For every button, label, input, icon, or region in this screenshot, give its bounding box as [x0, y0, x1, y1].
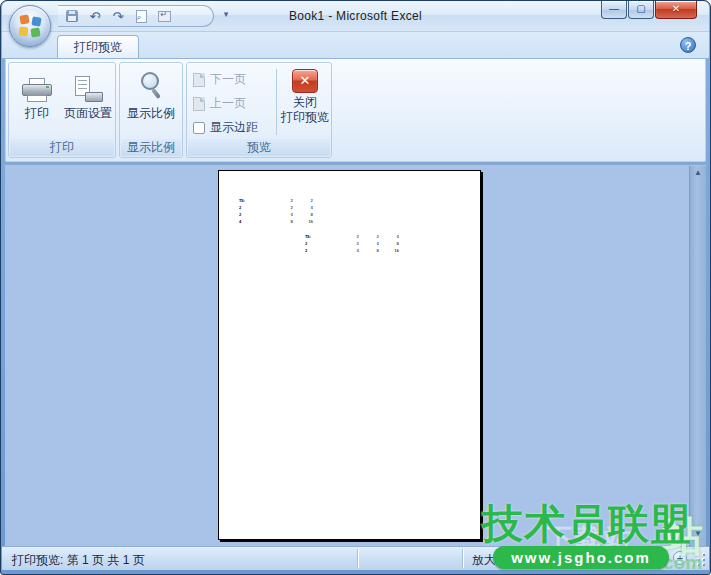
table-cell: TX: — [239, 197, 273, 204]
undo-icon[interactable]: ↶▾ — [85, 7, 105, 25]
vertical-scrollbar[interactable]: ▲ ▼ — [689, 166, 706, 546]
table-cell: 8 — [379, 240, 399, 247]
group-label-zoom: 显示比例 — [121, 139, 181, 156]
watermark-title: 技术员联盟 — [482, 497, 692, 552]
table-cell: TX: — [305, 233, 339, 240]
table-cell: 8 — [293, 211, 313, 218]
print-preview-icon[interactable] — [131, 7, 151, 25]
prev-page-button[interactable]: 上一页 — [193, 95, 246, 112]
table-cell: 2 — [339, 240, 359, 247]
table-cell: 2 — [305, 247, 339, 254]
window-controls: — ▢ ✕ — [601, 1, 697, 19]
save-icon[interactable] — [62, 7, 82, 25]
preview-table: TX:224224824816 — [305, 233, 399, 254]
next-page-button[interactable]: 下一页 — [193, 71, 246, 88]
minimize-button[interactable]: — — [601, 1, 627, 19]
status-page-info: 打印预览: 第 1 页 共 1 页 — [12, 552, 145, 569]
office-button[interactable] — [9, 5, 51, 47]
group-separator — [276, 69, 277, 135]
ribbon-group-preview: 下一页 上一页 显示边距 ✕ 关闭 打印预览 预览 — [186, 62, 332, 158]
tab-print-preview[interactable]: 打印预览 — [57, 35, 139, 58]
close-button[interactable]: ✕ — [655, 1, 697, 19]
watermark-url: www.jsgho.com — [493, 546, 669, 569]
table-cell: 4 — [273, 211, 293, 218]
table-cell: 4 — [339, 247, 359, 254]
printer-icon — [22, 78, 52, 102]
maximize-button[interactable]: ▢ — [628, 1, 654, 19]
scroll-up-icon[interactable]: ▲ — [690, 168, 706, 183]
table-row: 248 — [239, 211, 313, 218]
table-cell: 2 — [239, 204, 273, 211]
checkbox-icon[interactable] — [193, 122, 205, 134]
table-cell: 2 — [305, 240, 339, 247]
close-preview-icon: ✕ — [292, 69, 318, 93]
qat-customize-dropdown-icon[interactable]: ▾ — [220, 9, 232, 19]
group-label-print: 打印 — [10, 139, 114, 156]
table-row: TX:224 — [305, 233, 399, 240]
office-logo-icon — [19, 15, 41, 37]
table-cell: 4 — [239, 218, 273, 225]
table-cell: 2 — [359, 233, 379, 240]
table-row: TX:22 — [239, 197, 313, 204]
group-label-preview: 预览 — [188, 139, 330, 156]
ribbon: 打印 页面设置 打印 显示比例 显示比例 下一页 — [5, 58, 706, 162]
redo-icon[interactable]: ↷▾ — [108, 7, 128, 25]
table-cell: 2 — [273, 204, 293, 211]
table-cell: 2 — [273, 197, 293, 204]
ribbon-group-print: 打印 页面设置 打印 — [8, 62, 116, 158]
page-setup-icon — [73, 76, 103, 102]
preview-table: TX:222242484816 — [239, 197, 313, 225]
table-cell: 2 — [293, 197, 313, 204]
quick-access-toolbar: ↶▾ ↷▾ — [58, 5, 214, 27]
table-cell: 4 — [359, 240, 379, 247]
table-cell: 4 — [293, 204, 313, 211]
preview-page[interactable]: TX:222242484816 TX:224224824816 — [218, 170, 481, 540]
table-row: 224 — [239, 204, 313, 211]
table-cell: 16 — [379, 247, 399, 254]
table-row: 4816 — [239, 218, 313, 225]
magnifier-icon — [137, 72, 165, 102]
table-row: 24816 — [305, 247, 399, 254]
ribbon-tab-row: 打印预览 — [2, 32, 709, 58]
table-cell: 8 — [273, 218, 293, 225]
table-cell: 4 — [379, 233, 399, 240]
close-print-preview-button[interactable]: ✕ 关闭 打印预览 — [280, 67, 330, 125]
switch-window-icon[interactable] — [154, 7, 174, 25]
next-page-icon — [193, 73, 205, 87]
excel-window: Book1 - Microsoft Excel ↶▾ ↷▾ ▾ — ▢ ✕ 打印… — [0, 0, 711, 575]
table-cell: 2 — [339, 233, 359, 240]
help-icon[interactable]: ? — [680, 37, 696, 53]
status-divider — [357, 549, 358, 568]
ribbon-group-zoom: 显示比例 显示比例 — [119, 62, 183, 158]
table-cell: 8 — [359, 247, 379, 254]
print-button[interactable]: 打印 — [12, 68, 62, 122]
prev-page-icon — [193, 97, 205, 111]
show-margins-checkbox[interactable]: 显示边距 — [193, 119, 258, 136]
table-row: 2248 — [305, 240, 399, 247]
table-cell: 2 — [239, 211, 273, 218]
zoom-button[interactable]: 显示比例 — [126, 68, 176, 122]
undo-dropdown-icon[interactable]: ▾ — [97, 13, 100, 20]
page-setup-button[interactable]: 页面设置 — [63, 68, 113, 122]
print-preview-area: TX:222242484816 TX:224224824816 ▲ ▼ — [5, 164, 706, 546]
title-bar: Book1 - Microsoft Excel ↶▾ ↷▾ ▾ — ▢ ✕ — [2, 1, 709, 32]
status-divider — [462, 549, 463, 568]
table-cell: 16 — [293, 218, 313, 225]
redo-dropdown-icon[interactable]: ▾ — [120, 13, 123, 20]
